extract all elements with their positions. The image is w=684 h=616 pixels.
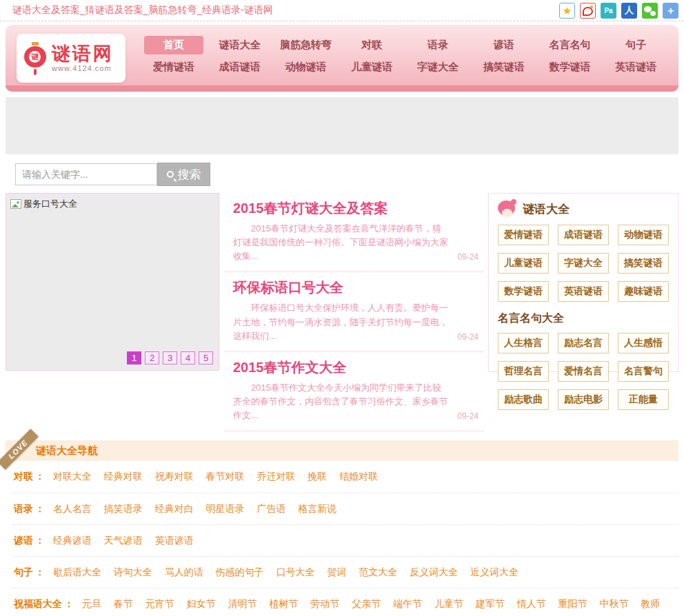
- category-button[interactable]: 正能量: [618, 389, 669, 410]
- nav-link[interactable]: 经典谚语: [53, 535, 92, 546]
- nav-link[interactable]: 英语谚语: [155, 535, 194, 546]
- category-button[interactable]: 励志歌曲: [498, 389, 549, 410]
- category-button[interactable]: 哲理名言: [498, 361, 549, 382]
- nav-link[interactable]: 父亲节: [352, 598, 381, 609]
- pager-dot-2[interactable]: 2: [145, 351, 159, 365]
- category-button[interactable]: 儿童谜语: [498, 253, 549, 274]
- nav-link[interactable]: 格言新说: [298, 503, 336, 514]
- nav-link[interactable]: 建军节: [476, 598, 505, 609]
- category-button[interactable]: 成语谜语: [558, 225, 609, 245]
- category-button[interactable]: 英语谜语: [558, 281, 609, 302]
- nav-item-dongwu-miyu[interactable]: 动物谜语: [273, 58, 339, 76]
- category-button[interactable]: 搞笑谜语: [618, 253, 669, 274]
- pager-dot-4[interactable]: 4: [181, 351, 195, 365]
- nav-link[interactable]: 春节对联: [206, 471, 245, 482]
- nav-link[interactable]: 广告语: [256, 503, 285, 514]
- nav-link[interactable]: 情人节: [517, 598, 546, 609]
- tencent-pengyou-icon[interactable]: Pa: [601, 3, 616, 19]
- search-input[interactable]: [15, 163, 157, 185]
- nav-link[interactable]: 结婚对联: [339, 471, 378, 482]
- nav-link[interactable]: 挽联: [308, 471, 327, 482]
- nav-link[interactable]: 伤感的句子: [216, 566, 264, 577]
- nav-link[interactable]: 天气谚语: [104, 535, 143, 546]
- nav-link[interactable]: 妇女节: [187, 598, 216, 609]
- category-button[interactable]: 趣味谜语: [618, 281, 669, 302]
- nav-link[interactable]: 儿童节: [434, 598, 463, 609]
- nav-link[interactable]: 口号大全: [276, 566, 314, 577]
- nav-link[interactable]: 祝寿对联: [155, 471, 194, 482]
- nav-link[interactable]: 明星语录: [206, 503, 245, 514]
- category-button[interactable]: 励志名言: [558, 333, 609, 353]
- category-button[interactable]: 人生格言: [498, 333, 549, 353]
- wechat-icon[interactable]: [642, 3, 658, 19]
- nav-link[interactable]: 名人名言: [53, 503, 92, 514]
- nav-item-gaoxiao-miyu[interactable]: 搞笑谜语: [471, 58, 537, 76]
- nav-link[interactable]: 植树节: [269, 598, 298, 609]
- nav-item-aiqing-miyu[interactable]: 爱情谜语: [141, 58, 207, 76]
- nav-link[interactable]: 端午节: [393, 598, 422, 609]
- pager-dot-1[interactable]: 1: [127, 351, 141, 365]
- category-button[interactable]: 爱情名言: [558, 361, 609, 382]
- nav-link[interactable]: 反义词大全: [410, 566, 458, 577]
- nav-item-zimi-daquan[interactable]: 字谜大全: [405, 58, 471, 76]
- nav-item-mingyan[interactable]: 名言名句: [537, 36, 603, 54]
- nav-link[interactable]: 对联大全: [53, 471, 92, 482]
- category-button[interactable]: 人生感悟: [618, 333, 669, 353]
- row-label: 谚语: [14, 535, 33, 546]
- nav-link[interactable]: 搞笑语录: [104, 503, 143, 514]
- nav-link[interactable]: 骂人的话: [165, 566, 203, 577]
- nav-item-chengyu-miyu[interactable]: 成语谜语: [207, 58, 273, 76]
- renren-icon[interactable]: 人: [621, 3, 637, 19]
- share-more-icon[interactable]: ＋: [663, 3, 678, 19]
- category-button[interactable]: 励志电影: [558, 389, 609, 410]
- article-excerpt: 2015春节作文大全今天小编为同学们带来了比较齐全的春节作文，内容包含了春节习俗…: [233, 381, 479, 422]
- nav-link[interactable]: 近义词大全: [470, 566, 519, 577]
- nav-row-juzi: 句子： 歇后语大全 诗句大全 骂人的话 伤感的句子 口号大全 贺词 范文大全 反…: [12, 557, 678, 588]
- category-button[interactable]: 字谜大全: [558, 253, 609, 274]
- nav-row-yanyu: 谚语： 经典谚语 天气谚语 英语谚语: [12, 525, 678, 557]
- nav-item-duilian[interactable]: 对联: [339, 36, 405, 54]
- site-logo[interactable]: 谜 谜语网 www.4124.com: [17, 34, 125, 83]
- nav-item-yingyu-miyu[interactable]: 英语谜语: [603, 58, 669, 76]
- category-button[interactable]: 爱情谜语: [498, 225, 549, 245]
- nav-link[interactable]: 劳动节: [310, 598, 339, 609]
- nav-item-home[interactable]: 首页: [141, 36, 207, 54]
- category-button[interactable]: 名言警句: [618, 361, 669, 382]
- pager-dot-5[interactable]: 5: [199, 351, 213, 365]
- nav-link[interactable]: 清明节: [228, 598, 256, 609]
- article-title[interactable]: 环保标语口号大全: [233, 278, 479, 297]
- article-excerpt: 2015春节灯谜大全及答案在喜气洋洋的春节，猜灯谜是我国传统的一种习俗。下面是谜…: [233, 222, 479, 263]
- nav-item-ertong-miyu[interactable]: 儿童谜语: [339, 58, 405, 76]
- nav-link[interactable]: 诗句大全: [114, 566, 152, 577]
- nav-link[interactable]: 贺词: [327, 566, 346, 577]
- nav-link[interactable]: 经典对联: [104, 471, 143, 482]
- qzone-icon[interactable]: ★: [559, 3, 575, 19]
- article-title[interactable]: 2015春节作文大全: [233, 358, 479, 377]
- nav-link[interactable]: 歇后语大全: [53, 566, 101, 577]
- nav-link[interactable]: 春节: [114, 598, 133, 609]
- nav-item-yanyu[interactable]: 谚语: [471, 36, 537, 54]
- nav-item-yulu[interactable]: 语录: [405, 36, 471, 54]
- article-item: 环保标语口号大全 环保标语口号大全保护环境，人人有责。爱护每一片土地，节约每一滴…: [225, 272, 484, 351]
- nav-link[interactable]: 中秋节: [599, 598, 628, 609]
- featured-slider[interactable]: 服务口号大全 1 2 3 4 5: [6, 193, 219, 371]
- nav-item-naojinjizhuanwan[interactable]: 脑筋急转弯: [273, 36, 339, 54]
- nav-link[interactable]: 重阳节: [559, 598, 587, 609]
- nav-link[interactable]: 范文大全: [359, 566, 397, 577]
- nav-link[interactable]: 元宵节: [145, 598, 174, 609]
- nav-item-miyu-daquan[interactable]: 谜语大全: [207, 36, 273, 54]
- article-item: 2015春节作文大全 2015春节作文大全今天小编为同学们带来了比较齐全的春节作…: [225, 352, 484, 431]
- nav-link[interactable]: 乔迁对联: [256, 471, 295, 482]
- nav-item-shuxue-miyu[interactable]: 数学谜语: [537, 58, 603, 76]
- nav-item-juzi[interactable]: 句子: [603, 36, 669, 54]
- article-title[interactable]: 2015春节灯谜大全及答案: [233, 199, 479, 218]
- category-button[interactable]: 动物谜语: [618, 225, 669, 245]
- category-button[interactable]: 数学谜语: [498, 281, 549, 302]
- nav-link[interactable]: 经典对白: [155, 503, 194, 514]
- sidebar-subtitle: 名言名句大全: [498, 311, 669, 326]
- search-button[interactable]: 搜索: [157, 163, 210, 186]
- nav-link[interactable]: 元旦: [82, 598, 101, 609]
- sina-weibo-icon[interactable]: [580, 3, 596, 19]
- pager-dot-3[interactable]: 3: [163, 351, 177, 365]
- section-title: 谜语大全导航: [6, 440, 678, 461]
